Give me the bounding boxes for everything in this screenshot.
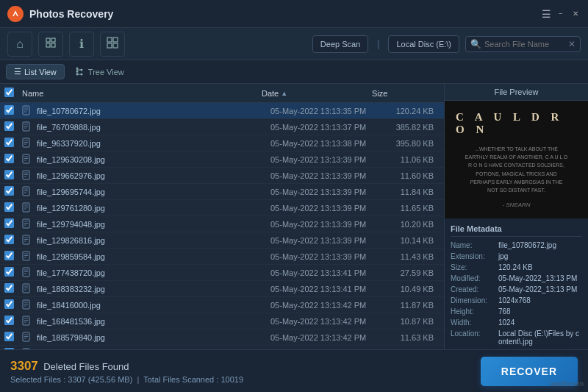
toolbar-right: Deep Scan | Local Disc (E:\) 🔍 ✕ (312, 35, 581, 53)
row-checkbox-cell (4, 105, 22, 117)
table-row[interactable]: file_18416000.jpg05-May-2022 13:13:42 PM… (0, 297, 444, 313)
col-size-header[interactable]: Size (372, 89, 431, 98)
file-name: file_76709888.jpg (37, 123, 270, 132)
table-row[interactable]: file_129826816.jpg05-May-2022 13:13:39 P… (0, 232, 444, 249)
apps-button[interactable] (100, 32, 125, 57)
row-checkbox[interactable] (4, 154, 14, 163)
meta-modified-row: Modified: 05-May-2022_13:13 PM (451, 274, 582, 282)
file-icon (22, 316, 34, 327)
table-row[interactable]: file_10780672.jpg05-May-2022 13:13:35 PM… (0, 103, 444, 119)
row-checkbox[interactable] (4, 316, 14, 325)
svg-rect-65 (23, 300, 29, 309)
table-row[interactable]: file_168481536.jpg05-May-2022 13:13:42 P… (0, 313, 444, 329)
row-checkbox[interactable] (4, 202, 14, 212)
scan-button[interactable] (38, 32, 63, 57)
file-date: 05-May-2022 13:13:37 PM (270, 123, 381, 132)
status-detail: Selected Files : 3307 (425.56 MB) | Tota… (10, 375, 243, 384)
meta-created-label: Created: (451, 285, 498, 293)
row-checkbox[interactable] (4, 218, 14, 228)
row-checkbox[interactable] (4, 283, 14, 293)
minimize-button[interactable]: − (556, 9, 566, 19)
local-disc-button[interactable]: Local Disc (E:\) (388, 35, 459, 53)
window-controls: − ✕ (556, 9, 581, 19)
table-row[interactable]: file_129662976.jpg05-May-2022 13:13:39 P… (0, 168, 444, 184)
list-view-label: List View (24, 68, 57, 76)
file-name: file_188579840.jpg (37, 333, 270, 342)
selected-label: Selected Files : (10, 375, 65, 384)
separator: | (377, 39, 379, 49)
table-row[interactable]: file_129630208.jpg05-May-2022 13:13:39 P… (0, 152, 444, 168)
row-checkbox-cell (4, 218, 22, 230)
svg-rect-41 (23, 203, 29, 212)
row-checkbox[interactable] (4, 332, 14, 341)
svg-rect-8 (113, 43, 118, 48)
table-row[interactable]: file_129695744.jpg05-May-2022 13:13:39 P… (0, 184, 444, 200)
table-row[interactable]: file_76709888.jpg05-May-2022 13:13:37 PM… (0, 119, 444, 135)
file-size: 10.14 KB (381, 236, 440, 245)
total-label: Total Files Scanned : (143, 375, 218, 384)
tree-view-button[interactable]: Tree View (68, 63, 132, 80)
metadata-section: File Metadata Name: file_10780672.jpg Ex… (445, 218, 588, 349)
deep-scan-button[interactable]: Deep Scan (312, 35, 368, 53)
row-checkbox[interactable] (4, 235, 14, 244)
svg-rect-29 (23, 154, 29, 163)
file-name: file_129794048.jpg (37, 220, 270, 229)
meta-ext-value: jpg (498, 252, 582, 260)
file-list-body[interactable]: file_10780672.jpg05-May-2022 13:13:35 PM… (0, 103, 444, 349)
home-button[interactable]: ⌂ (7, 32, 32, 57)
file-date: 05-May-2022 13:13:35 PM (270, 107, 381, 115)
close-button[interactable]: ✕ (570, 9, 581, 19)
svg-rect-49 (23, 235, 29, 244)
main-content: Name Date ▲ Size file_10780672.jpg05-May… (0, 84, 588, 349)
table-row[interactable]: file_188383232.jpg05-May-2022 13:13:41 P… (0, 281, 444, 297)
row-checkbox[interactable] (4, 121, 14, 131)
table-row[interactable]: file_129794048.jpg05-May-2022 13:13:39 P… (0, 216, 444, 232)
select-all-checkbox[interactable] (4, 88, 14, 97)
file-icon (22, 251, 34, 263)
row-checkbox[interactable] (4, 299, 14, 309)
row-checkbox[interactable] (4, 348, 14, 350)
app-title: Photos Recovery (29, 8, 542, 20)
row-checkbox[interactable] (4, 170, 14, 179)
col-name-header[interactable]: Name (22, 89, 262, 98)
file-name: file_129695744.jpg (37, 188, 270, 196)
meta-location-label: Location: (451, 329, 498, 346)
cauldron-body: ...WHETHER TO TALK ABOUT THE EARTHLY REA… (465, 145, 568, 194)
table-row[interactable]: file_188579840.jpg05-May-2022 13:13:42 P… (0, 329, 444, 346)
row-checkbox-cell (4, 348, 22, 350)
table-row[interactable]: file_177438720.jpg05-May-2022 13:13:41 P… (0, 265, 444, 281)
info-button[interactable]: ℹ (69, 32, 94, 57)
svg-rect-73 (23, 332, 29, 341)
table-row[interactable]: file_96337920.jpg05-May-2022 13:13:38 PM… (0, 135, 444, 152)
meta-size-label: Size: (451, 263, 498, 271)
cauldron-title: C A U L D R O N (456, 111, 577, 136)
list-view-button[interactable]: ☰ List View (6, 64, 65, 79)
search-clear-button[interactable]: ✕ (568, 39, 576, 49)
row-checkbox[interactable] (4, 186, 14, 196)
table-row[interactable]: file_188612608.jpg05-May-2022 13:13:42 P… (0, 346, 444, 349)
svg-rect-5 (107, 38, 112, 42)
file-icon (22, 332, 34, 343)
row-checkbox[interactable] (4, 251, 14, 260)
deleted-count-line: 3307 Deleted Files Found (10, 359, 243, 374)
table-row[interactable]: file_129761280.jpg05-May-2022 13:13:39 P… (0, 200, 444, 216)
file-name: file_177438720.jpg (37, 268, 270, 277)
row-checkbox[interactable] (4, 105, 14, 115)
svg-rect-2 (51, 38, 55, 42)
row-checkbox[interactable] (4, 138, 14, 147)
header-check[interactable] (4, 88, 22, 99)
svg-rect-53 (23, 252, 29, 260)
file-date: 05-May-2022 13:13:41 PM (270, 268, 381, 277)
file-size: 385.82 KB (381, 123, 440, 132)
table-row[interactable]: file_129859584.jpg05-May-2022 13:13:39 P… (0, 249, 444, 265)
row-checkbox[interactable] (4, 267, 14, 277)
file-icon (22, 138, 34, 149)
col-date-header[interactable]: Date ▲ (262, 89, 372, 98)
file-date: 05-May-2022 13:13:42 PM (270, 301, 381, 310)
file-name: file_168481536.jpg (37, 317, 270, 326)
search-input[interactable] (484, 40, 565, 49)
file-icon (22, 154, 34, 165)
preview-image: C A U L D R O N ...WHETHER TO TALK ABOUT… (445, 101, 588, 218)
hamburger-icon[interactable]: ☰ (542, 8, 551, 20)
file-list-panel: Name Date ▲ Size file_10780672.jpg05-May… (0, 84, 445, 349)
